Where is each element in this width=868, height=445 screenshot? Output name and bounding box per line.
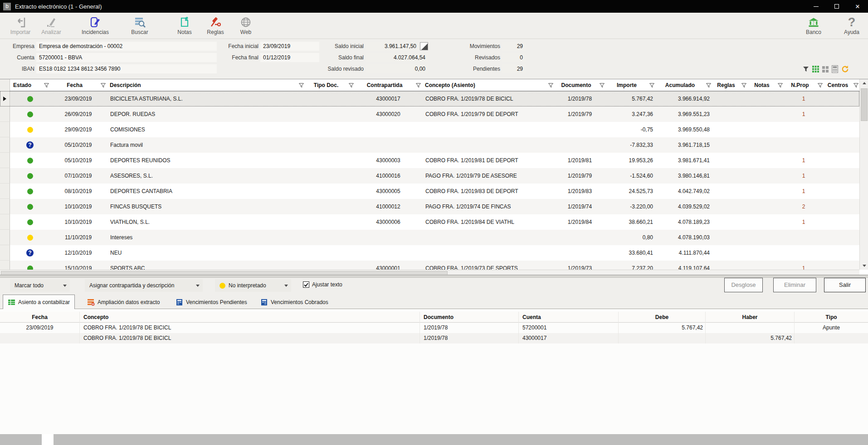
- estado-filter-dropdown[interactable]: No interpretado: [215, 279, 291, 292]
- incidents-button[interactable]: Incidencias: [78, 15, 113, 35]
- column-header-importe[interactable]: Importe: [605, 79, 655, 91]
- column-header-estado[interactable]: Estado: [10, 79, 50, 91]
- journal-column-header-documento[interactable]: Documento: [419, 312, 518, 323]
- fecha-final-field[interactable]: 01/12/2019: [260, 53, 319, 62]
- column-header-contrapartida[interactable]: Contrapartida: [355, 79, 422, 91]
- vertical-scrollbar-thumb[interactable]: [861, 88, 868, 121]
- journal-column-header-cuenta[interactable]: Cuenta: [518, 312, 618, 323]
- import-button[interactable]: Importar: [3, 15, 38, 35]
- filter-icon[interactable]: [414, 83, 422, 88]
- column-header-centros[interactable]: Centros: [824, 79, 859, 91]
- web-button[interactable]: Web: [228, 15, 263, 35]
- ajustar-texto-checkbox[interactable]: [303, 281, 309, 288]
- notes-button[interactable]: Notas: [167, 15, 202, 35]
- statement-row[interactable]: 23/09/2019BICICLETA ASTURIANA, S.L.43000…: [0, 91, 859, 106]
- marcar-todo-dropdown[interactable]: Marcar todo: [10, 279, 70, 292]
- scroll-up-button[interactable]: [860, 79, 868, 87]
- horizontal-scrollbar-thumb[interactable]: [1, 271, 448, 275]
- filter-icon[interactable]: [99, 83, 107, 88]
- saldo-inicial-edit-button[interactable]: [420, 42, 428, 50]
- tab-asiento-a-contabilizar[interactable]: Asiento a contabilizar: [3, 295, 75, 309]
- journal-row[interactable]: 23/09/2019COBRO FRA. 1/2019/78 DE BICICL…: [0, 323, 868, 333]
- salir-button[interactable]: Salir: [824, 278, 866, 292]
- statement-row[interactable]: 07/10/2019ASESORES, S.L.41000016PAGO FRA…: [0, 168, 859, 184]
- eliminar-button[interactable]: Eliminar: [773, 278, 816, 292]
- filter-icon[interactable]: [598, 83, 605, 88]
- filter-icon[interactable]: [740, 83, 747, 88]
- filter-icon[interactable]: [648, 83, 655, 88]
- grid-cells-gray-icon[interactable]: [822, 66, 829, 73]
- horizontal-scrollbar[interactable]: [0, 270, 859, 275]
- statement-row[interactable]: 11/10/2019Intereses0,804.078.190,03: [0, 230, 859, 245]
- vertical-scrollbar[interactable]: [859, 79, 868, 270]
- tab-vencimientos-pendientes[interactable]: Vencimientos Pendientes: [171, 296, 252, 309]
- tab-vencimientos-cobrados[interactable]: Vencimientos Cobrados: [256, 296, 333, 309]
- minimize-button[interactable]: [805, 0, 826, 13]
- row-selector[interactable]: [0, 214, 10, 230]
- fecha-inicial-field[interactable]: 23/09/2019: [260, 42, 319, 51]
- filter-icon[interactable]: [297, 83, 305, 88]
- column-header-reglas[interactable]: Reglas: [712, 79, 747, 91]
- filter-icon[interactable]: [776, 83, 784, 88]
- close-button[interactable]: ✕: [847, 0, 868, 13]
- statement-row[interactable]: ?12/10/2019NEU33.680,414.111.870,44: [0, 245, 859, 261]
- tab-ampliacion-datos-extracto[interactable]: Ampliación datos extracto: [83, 296, 164, 309]
- filter-funnel-icon[interactable]: [803, 66, 809, 72]
- statement-row[interactable]: 10/10/2019VIATHLON, S.L.43000006COBRO FR…: [0, 214, 859, 230]
- iban-field[interactable]: ES18 0182 1234 8612 3456 7890: [36, 64, 217, 73]
- row-selector[interactable]: [0, 230, 10, 245]
- statement-row[interactable]: 08/10/2019DEPORTES CANTABRIA43000005COBR…: [0, 184, 859, 199]
- statement-row[interactable]: 29/09/2019COMISIONES-0,753.969.550,48: [0, 122, 859, 137]
- journal-column-header-debe[interactable]: Debe: [618, 312, 705, 323]
- row-selector[interactable]: [0, 106, 10, 122]
- maximize-button[interactable]: [826, 0, 847, 13]
- row-selector[interactable]: [0, 122, 10, 137]
- statement-row[interactable]: 26/09/2019DEPOR. RUEDAS43000020COBRO FRA…: [0, 106, 859, 122]
- journal-column-header-haber[interactable]: Haber: [705, 312, 794, 323]
- search-button[interactable]: Buscar: [122, 15, 157, 35]
- cuenta-field[interactable]: 57200001 - BBVA: [36, 53, 217, 62]
- desglose-button[interactable]: Desglose: [724, 278, 763, 292]
- analyze-button[interactable]: Analizar: [34, 15, 69, 35]
- column-header-notas[interactable]: Notas: [747, 79, 784, 91]
- saldo-inicial-field[interactable]: 3.961.147,50: [366, 42, 419, 51]
- grid-lines-green-icon[interactable]: [812, 66, 819, 73]
- cell-acumulado: 3.981.671,41: [655, 153, 712, 168]
- statement-row[interactable]: ?05/10/2019Factura movil-7.832,333.961.7…: [0, 137, 859, 153]
- filter-icon[interactable]: [705, 83, 712, 88]
- filter-icon[interactable]: [852, 83, 859, 88]
- row-selector[interactable]: [0, 91, 10, 106]
- scroll-down-button[interactable]: [860, 262, 868, 270]
- empresa-field[interactable]: Empresa de demostración - 00002: [36, 42, 217, 51]
- column-header-acumulado[interactable]: Acumulado: [655, 79, 712, 91]
- filter-icon[interactable]: [43, 83, 50, 88]
- row-selector[interactable]: [0, 245, 10, 261]
- column-header-tipo_doc[interactable]: Tipo Doc.: [305, 79, 355, 91]
- refresh-icon[interactable]: [841, 65, 849, 73]
- filter-icon[interactable]: [816, 83, 824, 88]
- row-selector[interactable]: [0, 168, 10, 184]
- calculator-icon[interactable]: [832, 65, 838, 73]
- help-button[interactable]: ? Ayuda: [834, 15, 868, 35]
- column-header-fecha[interactable]: Fecha: [50, 79, 107, 91]
- column-header-descripcion[interactable]: Descripción: [107, 79, 305, 91]
- filter-icon[interactable]: [347, 83, 355, 88]
- statement-row[interactable]: 10/10/2019FINCAS BUSQUETS41000012PAGO FR…: [0, 199, 859, 214]
- column-header-documento[interactable]: Documento: [554, 79, 605, 91]
- statement-row[interactable]: 15/10/2019SPORTS ABC43000001COBRO FRA. 1…: [0, 261, 859, 270]
- column-header-nprop[interactable]: N.Prop: [784, 79, 824, 91]
- journal-column-header-fecha[interactable]: Fecha: [0, 312, 79, 323]
- column-header-concepto[interactable]: Concepto (Asiento): [422, 79, 554, 91]
- journal-column-header-concepto[interactable]: Concepto: [79, 312, 419, 323]
- journal-row[interactable]: COBRO FRA. 1/2019/78 DE BICICL1/2019/784…: [0, 333, 868, 343]
- row-selector[interactable]: [0, 261, 10, 270]
- bank-button[interactable]: $ Banco: [796, 15, 831, 35]
- asignar-dropdown[interactable]: Asignar contrapartida y descripción: [85, 279, 203, 292]
- statement-row[interactable]: 05/10/2019DEPORTES REUNIDOS43000003COBRO…: [0, 153, 859, 168]
- filter-icon[interactable]: [547, 83, 554, 88]
- row-selector[interactable]: [0, 153, 10, 168]
- row-selector[interactable]: [0, 137, 10, 153]
- row-selector[interactable]: [0, 199, 10, 214]
- journal-column-header-tipo[interactable]: Tipo: [794, 312, 868, 323]
- row-selector[interactable]: [0, 184, 10, 199]
